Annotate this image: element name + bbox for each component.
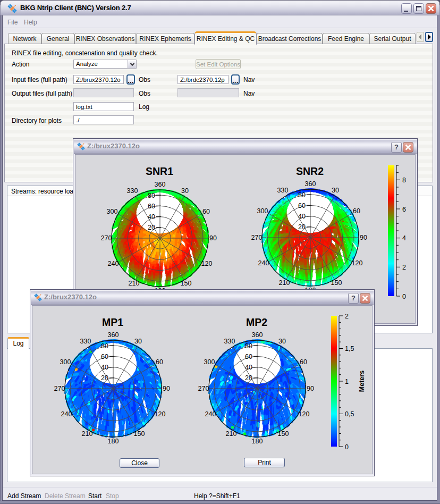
svg-text:60: 60 xyxy=(298,202,306,209)
svg-text:210: 210 xyxy=(129,280,140,287)
svg-text:240: 240 xyxy=(61,410,72,418)
svg-text:60: 60 xyxy=(300,358,307,366)
svg-text:Meters: Meters xyxy=(358,371,366,392)
svg-text:80: 80 xyxy=(245,342,252,350)
svg-text:120: 120 xyxy=(299,410,310,418)
svg-text:60: 60 xyxy=(245,353,252,360)
svg-text:0,5: 0,5 xyxy=(345,410,354,418)
svg-text:240: 240 xyxy=(205,410,216,418)
svg-text:0: 0 xyxy=(402,293,406,300)
svg-text:150: 150 xyxy=(278,430,289,438)
svg-text:30: 30 xyxy=(278,338,286,345)
svg-text:40: 40 xyxy=(148,213,155,221)
svg-text:120: 120 xyxy=(201,260,213,267)
svg-text:60: 60 xyxy=(101,353,108,360)
svg-text:270: 270 xyxy=(101,234,112,242)
svg-text:240: 240 xyxy=(258,259,269,267)
svg-text:300: 300 xyxy=(204,358,215,366)
svg-text:180: 180 xyxy=(108,438,119,445)
svg-text:2: 2 xyxy=(345,314,349,320)
svg-text:120: 120 xyxy=(155,410,166,418)
svg-text:240: 240 xyxy=(108,260,119,267)
svg-text:150: 150 xyxy=(181,280,192,287)
svg-text:90: 90 xyxy=(307,385,314,392)
svg-text:40: 40 xyxy=(101,364,108,371)
svg-text:360: 360 xyxy=(155,181,166,188)
svg-text:80: 80 xyxy=(148,192,155,199)
svg-text:80: 80 xyxy=(298,191,306,199)
svg-text:30: 30 xyxy=(134,338,142,345)
svg-text:60: 60 xyxy=(353,207,360,215)
svg-text:4: 4 xyxy=(402,234,406,242)
svg-text:60: 60 xyxy=(148,203,155,210)
svg-text:1: 1 xyxy=(345,378,349,385)
svg-text:210: 210 xyxy=(226,430,237,438)
svg-text:20: 20 xyxy=(101,374,108,382)
svg-text:330: 330 xyxy=(127,187,138,195)
svg-text:180: 180 xyxy=(252,438,263,445)
svg-text:40: 40 xyxy=(245,364,252,371)
svg-text:60: 60 xyxy=(202,208,210,215)
svg-text:80: 80 xyxy=(101,342,108,350)
svg-text:330: 330 xyxy=(224,338,235,345)
svg-text:120: 120 xyxy=(352,259,363,267)
svg-text:210: 210 xyxy=(82,430,93,438)
svg-text:1,5: 1,5 xyxy=(345,345,354,352)
svg-text:360: 360 xyxy=(305,180,316,188)
svg-text:90: 90 xyxy=(360,234,367,241)
svg-text:330: 330 xyxy=(80,338,91,345)
svg-text:210: 210 xyxy=(279,279,290,287)
svg-text:270: 270 xyxy=(251,234,263,241)
svg-text:30: 30 xyxy=(332,187,339,194)
svg-text:40: 40 xyxy=(298,213,306,220)
svg-text:300: 300 xyxy=(257,207,268,215)
svg-text:20: 20 xyxy=(148,224,155,231)
svg-text:300: 300 xyxy=(107,208,118,215)
svg-text:360: 360 xyxy=(252,331,263,339)
svg-text:330: 330 xyxy=(277,187,289,194)
svg-text:20: 20 xyxy=(298,223,306,231)
svg-text:2: 2 xyxy=(402,264,406,271)
svg-text:360: 360 xyxy=(108,331,119,339)
svg-text:90: 90 xyxy=(209,234,217,242)
svg-text:150: 150 xyxy=(331,279,342,287)
svg-text:8: 8 xyxy=(402,177,406,184)
svg-text:0: 0 xyxy=(345,443,349,451)
svg-text:60: 60 xyxy=(156,358,163,366)
svg-text:6: 6 xyxy=(402,206,406,213)
svg-text:90: 90 xyxy=(163,385,170,392)
svg-text:150: 150 xyxy=(134,430,145,438)
svg-text:30: 30 xyxy=(181,187,189,195)
svg-text:270: 270 xyxy=(198,385,209,392)
svg-text:270: 270 xyxy=(54,385,65,392)
svg-text:300: 300 xyxy=(60,358,71,366)
svg-text:20: 20 xyxy=(245,374,252,382)
